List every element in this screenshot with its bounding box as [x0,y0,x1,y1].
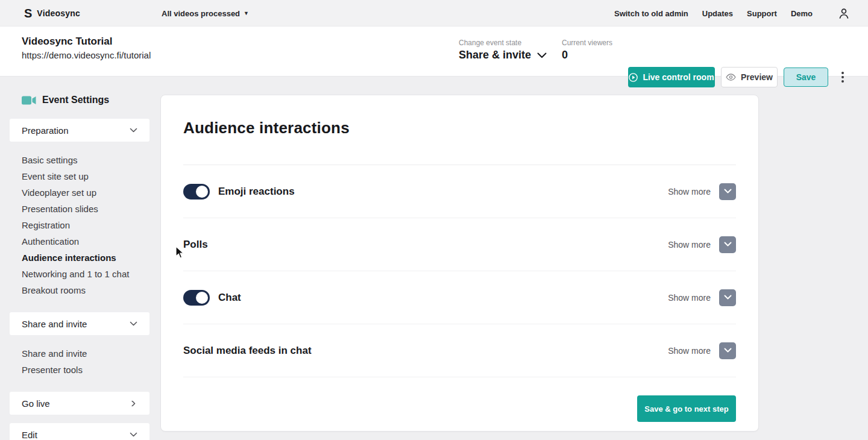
videos-processed-label: All videos processed [162,9,240,18]
page-title: Videosync Tutorial [22,36,151,48]
caret-down-icon: ▼ [244,10,249,16]
sidebar-item-basic-settings[interactable]: Basic settings [22,152,149,168]
chevron-right-icon [130,401,137,406]
sidebar-item-videoplayer-set-up[interactable]: Videoplayer set up [22,184,149,201]
sidebar-item-share-and-invite[interactable]: Share and invite [22,345,149,362]
sidebar-item-registration[interactable]: Registration [22,217,149,233]
expand-row-button[interactable] [719,183,736,200]
expand-row-button[interactable] [719,236,736,253]
event-state-value: Share & invite [459,49,531,61]
sidebar-item-presentation-slides[interactable]: Presentation slides [22,201,149,217]
event-url[interactable]: https://demo.videosync.fi/tutorial [22,50,151,60]
current-viewers-label: Current viewers [562,39,612,47]
chevron-down-icon [724,242,732,247]
feature-label: Emoji reactions [218,186,295,198]
eye-icon [726,74,736,81]
chevron-down-icon [724,189,732,194]
videosync-logo-icon: S [24,7,32,20]
play-circle-icon [629,73,638,82]
sidebar-item-authentication[interactable]: Authentication [22,233,149,250]
chevron-down-icon [724,348,732,353]
toggle-knob [196,186,208,198]
sidebar-item-audience-interactions[interactable]: Audience interactions [22,250,149,266]
sidebar: Event Settings PreparationBasic settings… [10,95,149,440]
settings-card: Audience interactions Emoji reactionsSho… [160,95,759,432]
live-control-room-button[interactable]: Live control room [628,67,715,87]
sidebar-section-go-live[interactable]: Go live [10,392,149,415]
video-camera-icon [22,96,36,105]
sidebar-section-label: Edit [22,430,37,440]
sidebar-section-edit[interactable]: Edit [10,423,149,440]
chevron-down-icon [537,52,547,58]
show-more-link[interactable]: Show more [668,240,711,250]
sidebar-section-share-and-invite[interactable]: Share and invite [10,312,149,335]
sidebar-item-event-site-set-up[interactable]: Event site set up [22,168,149,184]
feature-row-polls: PollsShow more [183,218,736,271]
save-button[interactable]: Save [784,68,828,87]
topbar-links: Switch to old adminUpdatesSupportDemo [614,0,813,27]
sidebar-section-label: Share and invite [22,319,87,329]
save-label: Save [796,72,816,82]
live-control-room-label: Live control room [643,72,714,82]
brand[interactable]: S Videosync [24,0,80,27]
sidebar-section-label: Preparation [22,125,69,136]
brand-name: Videosync [37,8,80,18]
sidebar-section-label: Go live [22,398,50,409]
feature-label: Polls [183,239,208,251]
topbar-link-switch-to-old-admin[interactable]: Switch to old admin [614,9,688,18]
show-more-link[interactable]: Show more [668,187,711,196]
show-more-link[interactable]: Show more [668,293,711,303]
event-state-dropdown[interactable]: Change event state Share & invite [459,39,547,61]
videos-processed-dropdown[interactable]: All videos processed ▼ [162,0,249,27]
user-icon[interactable] [838,8,849,21]
expand-row-button[interactable] [719,342,736,359]
section-heading: Audience interactions [183,95,736,137]
sidebar-title-label: Event Settings [42,95,109,105]
topbar-link-demo[interactable]: Demo [791,9,813,18]
sidebar-title: Event Settings [10,95,149,105]
sidebar-item-breakout-rooms[interactable]: Breakout rooms [22,282,149,298]
sidebar-item-networking-and-1-to-1-chat[interactable]: Networking and 1 to 1 chat [22,266,149,282]
current-viewers: Current viewers 0 [562,39,612,61]
save-next-step-button[interactable]: Save & go to next step [637,395,736,422]
title-block: Videosync Tutorial https://demo.videosyn… [22,36,151,60]
more-options-kebab-icon[interactable] [838,69,848,86]
chevron-down-icon [724,295,732,300]
feature-label: Social media feeds in chat [183,345,312,357]
sidebar-section-preparation[interactable]: Preparation [10,119,149,142]
feature-row-social-media-feeds-in-chat: Social media feeds in chatShow more [183,324,736,377]
toggle-knob [196,292,208,304]
current-viewers-count: 0 [562,49,612,61]
topbar-link-support[interactable]: Support [747,9,777,18]
event-state-label: Change event state [459,39,547,47]
preview-label: Preview [741,72,773,82]
chevron-down-icon [130,321,137,327]
feature-row-emoji-reactions: Emoji reactionsShow more [183,165,736,218]
toggle-chat[interactable] [183,290,210,306]
show-more-link[interactable]: Show more [668,346,711,356]
feature-label: Chat [218,292,241,304]
topbar: S Videosync All videos processed ▼ Switc… [0,0,868,27]
expand-row-button[interactable] [719,289,736,306]
preview-button[interactable]: Preview [721,67,778,87]
chevron-down-icon [130,432,137,438]
toggle-emoji-reactions[interactable] [183,184,210,200]
topbar-link-updates[interactable]: Updates [702,9,733,18]
feature-row-chat: ChatShow more [183,271,736,324]
chevron-down-icon [130,128,137,133]
event-header: Videosync Tutorial https://demo.videosyn… [0,27,868,77]
sidebar-item-presenter-tools[interactable]: Presenter tools [22,362,149,378]
